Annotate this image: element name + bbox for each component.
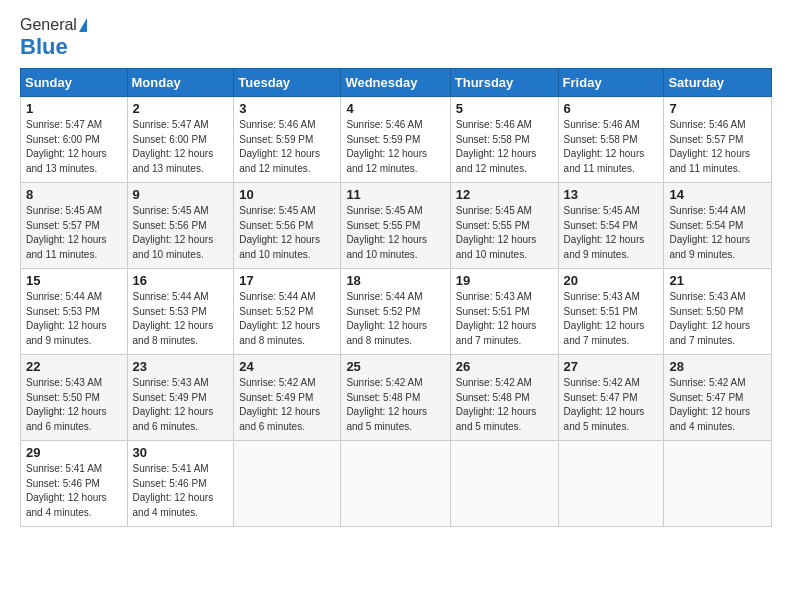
day-info: Sunrise: 5:43 AMSunset: 5:51 PMDaylight:… — [456, 291, 537, 346]
day-number: 9 — [133, 187, 229, 202]
day-number: 20 — [564, 273, 659, 288]
day-number: 14 — [669, 187, 766, 202]
day-info: Sunrise: 5:46 AMSunset: 5:57 PMDaylight:… — [669, 119, 750, 174]
day-info: Sunrise: 5:47 AMSunset: 6:00 PMDaylight:… — [26, 119, 107, 174]
day-info: Sunrise: 5:46 AMSunset: 5:58 PMDaylight:… — [564, 119, 645, 174]
day-info: Sunrise: 5:42 AMSunset: 5:49 PMDaylight:… — [239, 377, 320, 432]
day-info: Sunrise: 5:45 AMSunset: 5:57 PMDaylight:… — [26, 205, 107, 260]
day-number: 18 — [346, 273, 444, 288]
day-number: 10 — [239, 187, 335, 202]
day-number: 2 — [133, 101, 229, 116]
calendar-cell: 29 Sunrise: 5:41 AMSunset: 5:46 PMDaylig… — [21, 441, 128, 527]
calendar-cell: 15 Sunrise: 5:44 AMSunset: 5:53 PMDaylig… — [21, 269, 128, 355]
day-number: 8 — [26, 187, 122, 202]
calendar-cell: 23 Sunrise: 5:43 AMSunset: 5:49 PMDaylig… — [127, 355, 234, 441]
calendar-cell: 7 Sunrise: 5:46 AMSunset: 5:57 PMDayligh… — [664, 97, 772, 183]
calendar-week-row: 8 Sunrise: 5:45 AMSunset: 5:57 PMDayligh… — [21, 183, 772, 269]
calendar-cell: 10 Sunrise: 5:45 AMSunset: 5:56 PMDaylig… — [234, 183, 341, 269]
day-number: 5 — [456, 101, 553, 116]
day-info: Sunrise: 5:45 AMSunset: 5:56 PMDaylight:… — [133, 205, 214, 260]
calendar-week-row: 29 Sunrise: 5:41 AMSunset: 5:46 PMDaylig… — [21, 441, 772, 527]
calendar-cell: 2 Sunrise: 5:47 AMSunset: 6:00 PMDayligh… — [127, 97, 234, 183]
calendar-cell: 3 Sunrise: 5:46 AMSunset: 5:59 PMDayligh… — [234, 97, 341, 183]
day-info: Sunrise: 5:44 AMSunset: 5:54 PMDaylight:… — [669, 205, 750, 260]
calendar-cell: 1 Sunrise: 5:47 AMSunset: 6:00 PMDayligh… — [21, 97, 128, 183]
calendar-cell: 20 Sunrise: 5:43 AMSunset: 5:51 PMDaylig… — [558, 269, 664, 355]
day-number: 19 — [456, 273, 553, 288]
day-number: 16 — [133, 273, 229, 288]
day-info: Sunrise: 5:46 AMSunset: 5:59 PMDaylight:… — [239, 119, 320, 174]
calendar-cell: 28 Sunrise: 5:42 AMSunset: 5:47 PMDaylig… — [664, 355, 772, 441]
calendar-week-row: 1 Sunrise: 5:47 AMSunset: 6:00 PMDayligh… — [21, 97, 772, 183]
calendar-cell: 24 Sunrise: 5:42 AMSunset: 5:49 PMDaylig… — [234, 355, 341, 441]
day-info: Sunrise: 5:43 AMSunset: 5:50 PMDaylight:… — [26, 377, 107, 432]
col-header-friday: Friday — [558, 69, 664, 97]
calendar-cell: 25 Sunrise: 5:42 AMSunset: 5:48 PMDaylig… — [341, 355, 450, 441]
day-number: 17 — [239, 273, 335, 288]
day-number: 30 — [133, 445, 229, 460]
day-number: 24 — [239, 359, 335, 374]
day-info: Sunrise: 5:44 AMSunset: 5:53 PMDaylight:… — [26, 291, 107, 346]
calendar-cell — [558, 441, 664, 527]
day-number: 26 — [456, 359, 553, 374]
day-number: 23 — [133, 359, 229, 374]
day-number: 13 — [564, 187, 659, 202]
day-number: 29 — [26, 445, 122, 460]
day-info: Sunrise: 5:44 AMSunset: 5:52 PMDaylight:… — [346, 291, 427, 346]
day-info: Sunrise: 5:45 AMSunset: 5:55 PMDaylight:… — [456, 205, 537, 260]
calendar-week-row: 15 Sunrise: 5:44 AMSunset: 5:53 PMDaylig… — [21, 269, 772, 355]
day-info: Sunrise: 5:44 AMSunset: 5:53 PMDaylight:… — [133, 291, 214, 346]
calendar-cell: 30 Sunrise: 5:41 AMSunset: 5:46 PMDaylig… — [127, 441, 234, 527]
day-info: Sunrise: 5:46 AMSunset: 5:59 PMDaylight:… — [346, 119, 427, 174]
calendar-cell: 5 Sunrise: 5:46 AMSunset: 5:58 PMDayligh… — [450, 97, 558, 183]
calendar-table: SundayMondayTuesdayWednesdayThursdayFrid… — [20, 68, 772, 527]
calendar-cell: 14 Sunrise: 5:44 AMSunset: 5:54 PMDaylig… — [664, 183, 772, 269]
calendar-cell: 11 Sunrise: 5:45 AMSunset: 5:55 PMDaylig… — [341, 183, 450, 269]
day-number: 7 — [669, 101, 766, 116]
col-header-monday: Monday — [127, 69, 234, 97]
day-info: Sunrise: 5:42 AMSunset: 5:47 PMDaylight:… — [564, 377, 645, 432]
col-header-tuesday: Tuesday — [234, 69, 341, 97]
calendar-cell — [664, 441, 772, 527]
day-number: 1 — [26, 101, 122, 116]
calendar-cell: 21 Sunrise: 5:43 AMSunset: 5:50 PMDaylig… — [664, 269, 772, 355]
calendar-cell: 16 Sunrise: 5:44 AMSunset: 5:53 PMDaylig… — [127, 269, 234, 355]
calendar-cell: 18 Sunrise: 5:44 AMSunset: 5:52 PMDaylig… — [341, 269, 450, 355]
day-info: Sunrise: 5:42 AMSunset: 5:47 PMDaylight:… — [669, 377, 750, 432]
logo: General Blue — [20, 16, 87, 60]
calendar-cell: 4 Sunrise: 5:46 AMSunset: 5:59 PMDayligh… — [341, 97, 450, 183]
calendar-cell: 26 Sunrise: 5:42 AMSunset: 5:48 PMDaylig… — [450, 355, 558, 441]
day-info: Sunrise: 5:47 AMSunset: 6:00 PMDaylight:… — [133, 119, 214, 174]
calendar-cell: 17 Sunrise: 5:44 AMSunset: 5:52 PMDaylig… — [234, 269, 341, 355]
calendar-cell: 13 Sunrise: 5:45 AMSunset: 5:54 PMDaylig… — [558, 183, 664, 269]
page: General Blue SundayMondayTuesdayWednesda… — [0, 0, 792, 543]
col-header-thursday: Thursday — [450, 69, 558, 97]
col-header-sunday: Sunday — [21, 69, 128, 97]
day-number: 3 — [239, 101, 335, 116]
day-number: 22 — [26, 359, 122, 374]
day-number: 6 — [564, 101, 659, 116]
day-info: Sunrise: 5:45 AMSunset: 5:55 PMDaylight:… — [346, 205, 427, 260]
day-info: Sunrise: 5:43 AMSunset: 5:50 PMDaylight:… — [669, 291, 750, 346]
day-info: Sunrise: 5:41 AMSunset: 5:46 PMDaylight:… — [26, 463, 107, 518]
day-info: Sunrise: 5:44 AMSunset: 5:52 PMDaylight:… — [239, 291, 320, 346]
calendar-cell — [234, 441, 341, 527]
calendar-cell — [341, 441, 450, 527]
day-info: Sunrise: 5:43 AMSunset: 5:51 PMDaylight:… — [564, 291, 645, 346]
logo-blue-text: Blue — [20, 34, 68, 60]
logo-triangle-icon — [79, 18, 87, 32]
col-header-saturday: Saturday — [664, 69, 772, 97]
day-number: 25 — [346, 359, 444, 374]
calendar-cell: 6 Sunrise: 5:46 AMSunset: 5:58 PMDayligh… — [558, 97, 664, 183]
day-number: 4 — [346, 101, 444, 116]
calendar-cell — [450, 441, 558, 527]
day-number: 11 — [346, 187, 444, 202]
calendar-week-row: 22 Sunrise: 5:43 AMSunset: 5:50 PMDaylig… — [21, 355, 772, 441]
calendar-cell: 22 Sunrise: 5:43 AMSunset: 5:50 PMDaylig… — [21, 355, 128, 441]
calendar-header-row: SundayMondayTuesdayWednesdayThursdayFrid… — [21, 69, 772, 97]
calendar-cell: 12 Sunrise: 5:45 AMSunset: 5:55 PMDaylig… — [450, 183, 558, 269]
day-info: Sunrise: 5:43 AMSunset: 5:49 PMDaylight:… — [133, 377, 214, 432]
day-number: 15 — [26, 273, 122, 288]
col-header-wednesday: Wednesday — [341, 69, 450, 97]
day-number: 12 — [456, 187, 553, 202]
